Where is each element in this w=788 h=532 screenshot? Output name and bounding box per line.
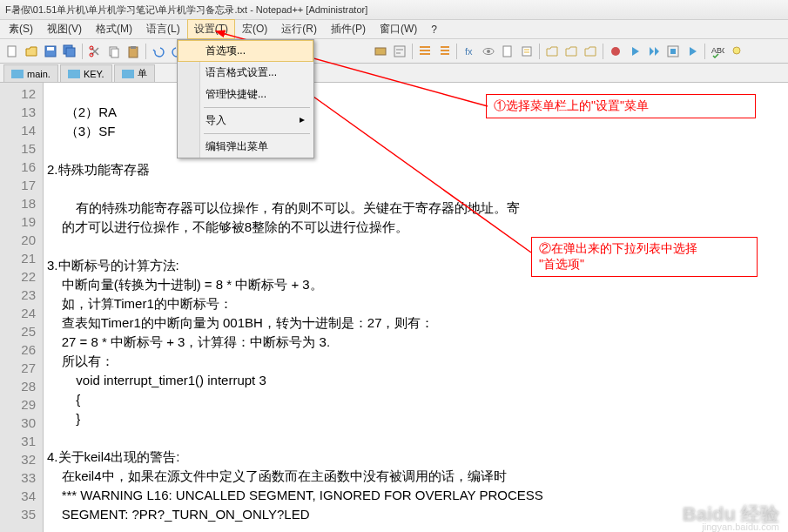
- tab-bar: main. KEY. 单: [0, 64, 788, 83]
- line-number: 19: [0, 212, 36, 231]
- line-number: 15: [0, 139, 36, 158]
- line-number: 12: [0, 84, 36, 103]
- line-number: 22: [0, 267, 36, 286]
- svg-rect-13: [375, 48, 386, 55]
- skip-icon[interactable]: [684, 43, 701, 60]
- menu-settings[interactable]: 设置(T): [187, 19, 235, 39]
- line-number: 20: [0, 231, 36, 249]
- line-number: 16: [0, 158, 36, 176]
- note-icon[interactable]: [518, 43, 535, 60]
- line-number: 13: [0, 103, 36, 121]
- separator-icon: [603, 44, 603, 59]
- menu-run[interactable]: 运行(R): [274, 19, 324, 39]
- play-icon[interactable]: [607, 43, 624, 60]
- separator-icon: [145, 44, 146, 59]
- save-all-icon[interactable]: [61, 43, 78, 60]
- outdent-icon[interactable]: [435, 43, 453, 60]
- menu-help[interactable]: ?: [424, 21, 444, 38]
- indent-icon[interactable]: [416, 43, 434, 60]
- svg-rect-0: [8, 46, 16, 57]
- code-line: 中断向量(转换为十进制) = 8 * 中断标号 + 3。: [47, 277, 323, 292]
- separator-icon: [539, 44, 540, 59]
- file-icon: [11, 70, 24, 78]
- wrap-icon[interactable]: [391, 43, 408, 60]
- dropdown-editpopup[interactable]: 编辑弹出菜单: [178, 136, 313, 158]
- svg-rect-2: [47, 47, 54, 51]
- file-icon: [122, 70, 134, 78]
- menu-view[interactable]: 视图(V): [40, 19, 89, 39]
- separator-icon: [704, 44, 705, 59]
- dropdown-shortcut[interactable]: 管理快捷键...: [178, 84, 313, 105]
- new-icon[interactable]: [3, 43, 21, 60]
- file-icon: [68, 70, 80, 78]
- separator-icon: [82, 44, 83, 59]
- code-line: 3.中断标号的计算方法:: [47, 258, 179, 273]
- open-icon[interactable]: [23, 43, 40, 60]
- line-number: 14: [0, 121, 36, 139]
- code-line: }: [47, 411, 80, 426]
- chevron-right-icon: ▸: [300, 113, 305, 125]
- code-line: 查表知Timer1的中断向量为 001BH，转为十进制是：27，则有：: [47, 315, 434, 330]
- folder2-icon[interactable]: [562, 43, 580, 60]
- spellcheck-icon[interactable]: ABC: [709, 43, 726, 60]
- settings-dropdown: 首选项... 语言格式设置... 管理快捷键... 导入▸ 编辑弹出菜单: [177, 39, 314, 158]
- toolbar: fx ABC: [0, 39, 788, 64]
- svg-rect-8: [111, 49, 118, 57]
- folder3-icon[interactable]: [582, 43, 599, 60]
- svg-rect-10: [131, 46, 136, 49]
- menu-plugins[interactable]: 插件(P): [324, 19, 373, 39]
- menu-search[interactable]: 素(S): [2, 19, 40, 39]
- menu-format[interactable]: 格式(M): [89, 19, 139, 39]
- line-gutter: 12 13 14 15 16 17 18 19 20 21 22 23 24 2…: [0, 83, 44, 532]
- editor: 12 13 14 15 16 17 18 19 20 21 22 23 24 2…: [0, 83, 788, 532]
- menu-window[interactable]: 窗口(W): [373, 19, 424, 39]
- svg-rect-18: [503, 46, 511, 57]
- svg-rect-19: [522, 47, 531, 56]
- tab-main[interactable]: main.: [3, 64, 58, 82]
- code-line: 的才可以进行位操作，不能够被8整除的不可以进行位操作。: [47, 219, 408, 234]
- code-line: 所以有：: [47, 354, 114, 368]
- light-icon[interactable]: [728, 43, 745, 60]
- stop-icon[interactable]: [664, 43, 682, 60]
- tab-dan[interactable]: 单: [114, 64, 155, 82]
- eye-icon[interactable]: [480, 43, 497, 60]
- play2-icon[interactable]: [645, 43, 663, 60]
- toggle-icon[interactable]: [372, 43, 389, 60]
- save-icon[interactable]: [42, 43, 59, 60]
- folder-icon[interactable]: [543, 43, 561, 60]
- code-line: {: [47, 392, 80, 407]
- svg-rect-4: [66, 48, 75, 57]
- func-icon[interactable]: fx: [461, 43, 478, 60]
- title-bar: F暑假\01.51单片机\单片机学习笔记\单片机学习备忘录.txt - Note…: [0, 0, 788, 20]
- cut-icon[interactable]: [86, 43, 104, 60]
- dropdown-style[interactable]: 语言格式设置...: [178, 62, 313, 84]
- record-icon[interactable]: [626, 43, 643, 60]
- line-number: 18: [0, 194, 36, 212]
- code-line: 有的特殊功能寄存器可以位操作，有的则不可以。关键在于寄存器的地址。寄: [47, 200, 520, 215]
- code-line: 在keil4中，如果在源文件中定义了函数而在主函数中没有被调用的话，编译时: [47, 468, 507, 483]
- dropdown-import[interactable]: 导入▸: [178, 110, 313, 131]
- code-line: void interrupt_timer1() interrupt 3: [47, 373, 266, 387]
- copy-icon[interactable]: [105, 43, 123, 60]
- code-line: *** WARNING L16: UNCALLED SEGMENT, IGNOR…: [47, 488, 543, 502]
- menu-macro[interactable]: 宏(O): [235, 19, 274, 39]
- window-title: F暑假\01.51单片机\单片机学习笔记\单片机学习备忘录.txt - Note…: [5, 3, 367, 17]
- code-line: 2.特殊功能寄存器: [47, 162, 150, 177]
- doc-icon[interactable]: [499, 43, 516, 60]
- line-number: 27: [0, 359, 36, 377]
- line-number: 31: [0, 432, 36, 450]
- editor-content[interactable]: （2）RA （3）SF 器 ） 2.特殊功能寄存器 有的特殊功能寄存器可以位操作…: [44, 83, 788, 532]
- dropdown-preferences[interactable]: 首选项...: [178, 40, 313, 62]
- tab-key[interactable]: KEY.: [60, 64, 112, 82]
- line-number: 17: [0, 176, 36, 194]
- paste-icon[interactable]: [125, 43, 142, 60]
- annotation-box-1: ①选择菜单栏上的"设置"菜单: [486, 94, 756, 118]
- line-number: 26: [0, 340, 36, 359]
- annotation-box-2: ②在弹出来的下拉列表中选择 "首选项": [531, 237, 758, 277]
- line-number: 24: [0, 304, 36, 322]
- watermark-sub: jingyan.baidu.com: [702, 522, 779, 532]
- menu-language[interactable]: 语言(L): [139, 19, 187, 39]
- svg-rect-22: [670, 49, 676, 54]
- code-line: 4.关于keil4出现的警告:: [47, 449, 180, 464]
- undo-icon[interactable]: [150, 43, 167, 60]
